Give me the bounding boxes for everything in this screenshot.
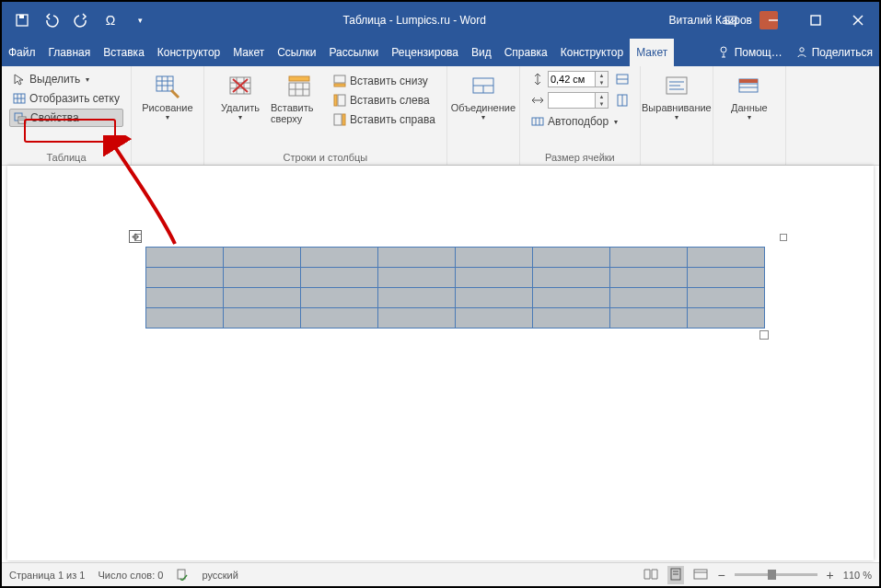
show-grid-button[interactable]: Отобразить сетку [9,89,123,108]
save-icon[interactable] [9,7,35,33]
tab-file[interactable]: Файл [2,39,42,66]
group-rows-cols: Удалить▾ Вставить сверху Вставить снизу … [204,66,447,165]
maximize-icon[interactable] [794,2,837,39]
tab-references[interactable]: Ссылки [271,39,322,66]
insert-bottom-button[interactable]: Вставить снизу [330,72,439,90]
group-merge: Объединение▾ [447,66,520,165]
svg-rect-61 [739,79,758,83]
insert-right-button[interactable]: Вставить справа [330,110,439,129]
table-resize-handle[interactable] [759,330,769,340]
zoom-value[interactable]: 110 % [843,570,872,581]
drawing-button[interactable]: Рисование▾ [139,70,196,121]
alignment-icon [663,73,690,100]
zoom-in-icon[interactable]: + [827,568,834,582]
autofit-button[interactable]: Автоподбор▾ [527,112,632,131]
word-count[interactable]: Число слов: 0 [98,570,163,581]
svg-rect-37 [334,84,345,86]
group-cellsize-label: Размер ячейки [527,150,632,163]
minimize-icon[interactable] [752,2,794,39]
web-layout-icon[interactable] [693,568,708,582]
table-move-handle[interactable]: ✥ [129,230,142,243]
quick-access-toolbar: Ω ▾ [2,7,160,33]
tab-table-constructor[interactable]: Конструктор [554,39,630,66]
insert-top-icon [285,73,313,100]
data-button[interactable]: Данные▾ [721,70,778,121]
qat-dropdown-icon[interactable]: ▾ [127,7,153,33]
zoom-out-icon[interactable]: − [717,568,725,582]
table-container: ✥ [145,247,765,329]
svg-point-10 [800,48,804,52]
ribbon-tabs: Файл Главная Вставка Конструктор Макет С… [2,39,879,66]
table-row [146,268,765,288]
status-bar: Страница 1 из 1 Число слов: 0 русский − … [2,562,879,586]
width-icon [531,94,544,107]
svg-point-7 [721,47,726,52]
tab-mailings[interactable]: Рассылки [322,39,385,66]
tab-constructor[interactable]: Конструктор [151,39,226,66]
draw-table-icon [154,73,181,100]
document-area[interactable]: ✥ [7,166,874,560]
omega-icon[interactable]: Ω [98,7,123,33]
svg-rect-19 [156,76,173,91]
alignment-button[interactable]: Выравнивание▾ [648,70,705,121]
row-height[interactable]: ▲▼ [527,70,632,88]
tab-home[interactable]: Главная [42,39,98,66]
table-row [146,288,765,308]
window-controls [710,2,879,39]
print-layout-icon[interactable] [667,566,684,584]
svg-rect-51 [532,118,543,125]
height-spinner[interactable]: ▲▼ [596,71,609,87]
drawing-label: Рисование [142,102,192,113]
undo-icon[interactable] [39,7,64,33]
distribute-cols-icon[interactable] [616,94,629,107]
svg-rect-4 [811,16,820,25]
svg-rect-39 [334,95,337,106]
window-title: Таблица - Lumpics.ru - Word [160,14,668,27]
table-row [146,308,765,329]
share-button[interactable]: Поделиться [789,39,879,66]
height-icon [531,73,544,86]
ribbon-options-icon[interactable] [710,2,752,39]
svg-rect-35 [289,76,309,81]
tab-insert[interactable]: Вставка [97,39,151,66]
tab-table-layout[interactable]: Макет [630,39,674,66]
close-icon[interactable] [837,2,879,39]
width-spinner[interactable]: ▲▼ [596,92,609,109]
document-table[interactable] [145,247,765,329]
delete-button[interactable]: Удалить▾ [212,70,269,121]
tab-view[interactable]: Вид [465,39,498,66]
redo-icon[interactable] [68,7,94,33]
group-cell-size: ▲▼ ▲▼ Автоподбор▾ Размер ячейки [520,66,641,165]
svg-rect-40 [334,114,342,125]
tab-help[interactable]: Справка [498,39,554,66]
insert-left-button[interactable]: Вставить слева [330,91,439,110]
data-icon [736,73,763,100]
properties-button[interactable]: Свойства [9,109,123,127]
group-table-label: Таблица [9,150,123,163]
title-bar: Ω ▾ Таблица - Lumpics.ru - Word Виталий … [2,2,879,39]
language-status[interactable]: русский [202,570,238,581]
svg-rect-66 [694,570,707,579]
tab-review[interactable]: Рецензирова [385,39,465,66]
tab-layout[interactable]: Макет [226,39,271,66]
read-mode-icon[interactable] [643,568,658,582]
page-status[interactable]: Страница 1 из 1 [9,570,85,581]
insert-top-button[interactable]: Вставить сверху [271,70,328,124]
svg-rect-1 [19,15,24,18]
col-width[interactable]: ▲▼ [527,91,632,110]
merge-icon [469,73,497,100]
ribbon: Выделить▾ Отобразить сетку Свойства Табл… [2,66,879,166]
spell-check-icon[interactable] [176,568,189,582]
height-input[interactable] [548,71,596,87]
table-row [146,248,765,268]
svg-rect-62 [178,570,185,579]
zoom-slider[interactable] [735,573,817,576]
ruler-mark [780,234,787,241]
distribute-rows-icon[interactable] [616,73,629,86]
merge-button[interactable]: Объединение▾ [455,70,512,121]
select-button[interactable]: Выделить▾ [9,70,123,88]
svg-rect-36 [334,75,345,83]
group-data: Данные▾ [713,66,786,165]
width-input[interactable] [548,92,596,109]
tell-me[interactable]: Помощ… [712,39,789,66]
